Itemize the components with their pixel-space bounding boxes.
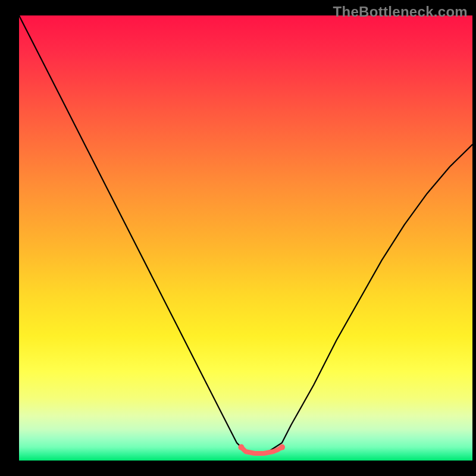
optimal-endpoint-right bbox=[279, 444, 285, 450]
chart-svg bbox=[19, 15, 472, 461]
chart-frame: TheBottleneck.com bbox=[0, 0, 476, 476]
attribution-label: TheBottleneck.com bbox=[333, 4, 468, 20]
plot-area bbox=[19, 15, 472, 461]
optimal-endpoint-left bbox=[238, 444, 244, 450]
bottleneck-curve bbox=[19, 15, 472, 452]
optimal-segment bbox=[241, 447, 282, 453]
